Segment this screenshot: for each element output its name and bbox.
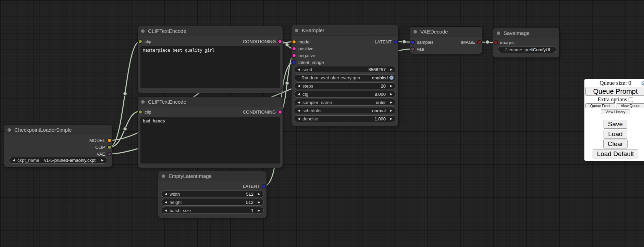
node-collapse-dot-icon[interactable] <box>141 100 145 104</box>
node-save-image[interactable]: SaveImage images filename_prefix ComfyUI <box>493 28 559 57</box>
negative-input-port[interactable] <box>293 54 296 57</box>
node-title: KSampler <box>302 27 324 33</box>
wire-midpoint-dot <box>285 81 289 85</box>
node-vae-decode[interactable]: VAEDecode samples vae IMAGE <box>410 27 482 54</box>
increase-arrow-icon[interactable]: ▶ <box>389 109 393 112</box>
negative-prompt-text[interactable]: bad hands <box>140 117 280 164</box>
filename-prefix-widget[interactable]: filename_prefix ComfyUI <box>498 46 556 53</box>
node-collapse-dot-icon[interactable] <box>413 30 417 34</box>
queue-front-button[interactable]: Queue Front <box>585 103 615 108</box>
widget-value: 8.000 <box>374 92 386 97</box>
node-collapse-dot-icon[interactable] <box>162 174 165 178</box>
node-title-bar[interactable]: KSampler <box>292 25 398 36</box>
image-output-port[interactable] <box>478 41 481 44</box>
increase-arrow-icon[interactable]: ▶ <box>389 68 393 71</box>
clip-output-port[interactable] <box>108 146 111 149</box>
batch-size-widget[interactable]: ◀ batch_size 1 ▶ <box>161 207 264 214</box>
latent-output-port[interactable] <box>262 185 265 188</box>
node-clip-text-encode-negative[interactable]: CLIPTextEncode clip CONDITIONING bad han… <box>138 97 283 168</box>
decrease-arrow-icon[interactable]: ◀ <box>297 84 301 88</box>
seed-widget[interactable]: ◀ seed 8566257 ▶ <box>294 66 396 73</box>
increase-arrow-icon[interactable]: ▶ <box>389 101 393 104</box>
decrease-arrow-icon[interactable]: ◀ <box>297 68 301 71</box>
clip-input-port[interactable] <box>139 40 142 43</box>
decrease-arrow-icon[interactable]: ◀ <box>164 192 168 196</box>
positive-prompt-text[interactable]: masterpiece best quality girl <box>140 46 280 88</box>
widget-value: v1-5-pruned-emaonly.ckpt <box>44 158 96 163</box>
conditioning-output-port[interactable] <box>278 110 282 114</box>
positive-input-port[interactable] <box>293 47 296 50</box>
node-title: CLIPTextEncode <box>148 99 186 105</box>
node-empty-latent-image[interactable]: EmptyLatentImage LATENT ◀ width 512 ▶ ◀ … <box>158 171 267 218</box>
clear-button[interactable]: Clear <box>603 140 628 148</box>
increase-arrow-icon[interactable]: ▶ <box>389 117 393 120</box>
vae-input-label: vae <box>417 47 424 52</box>
comfyui-canvas[interactable]: { "colors": { "canvas_bg": "#232323", "n… <box>0 0 644 247</box>
clip-input-port[interactable] <box>139 110 142 114</box>
node-title-bar[interactable]: CLIPTextEncode <box>138 26 283 36</box>
latent-image-input-port[interactable] <box>293 61 296 64</box>
denoise-widget[interactable]: ◀ denoise 1.000 ▶ <box>294 115 396 122</box>
conditioning-output-port[interactable] <box>278 40 282 43</box>
width-widget[interactable]: ◀ width 512 ▶ <box>161 191 264 197</box>
increase-arrow-icon[interactable]: ▶ <box>257 192 261 196</box>
load-default-button[interactable]: Load Default <box>593 150 639 158</box>
scheduler-widget[interactable]: ◀ scheduler normal ▶ <box>294 107 396 114</box>
node-checkpoint-loader[interactable]: CheckpointLoaderSimple MODEL CLIP VAE ◀ … <box>4 125 112 167</box>
widget-label: Random seed after every gen <box>301 75 360 80</box>
node-title-bar[interactable]: VAEDecode <box>410 27 482 37</box>
queue-prompt-button[interactable]: Queue Prompt <box>585 87 644 96</box>
wire-midpoint-dot <box>402 40 406 44</box>
height-widget[interactable]: ◀ height 512 ▶ <box>161 199 264 206</box>
widget-label: filename_prefix <box>505 47 533 52</box>
vae-input-port[interactable] <box>411 48 414 51</box>
sampler-name-widget[interactable]: ◀ sampler_name euler ▶ <box>294 99 396 106</box>
node-title-bar[interactable]: CLIPTextEncode <box>138 97 283 107</box>
increase-arrow-icon[interactable]: ▶ <box>257 200 261 204</box>
toggle-dot-icon[interactable] <box>389 75 394 80</box>
extra-options-label: Extra options <box>598 96 627 103</box>
increase-arrow-icon[interactable]: ▶ <box>257 209 261 212</box>
node-title-bar[interactable]: EmptyLatentImage <box>158 171 267 181</box>
image-output-label: IMAGE <box>461 40 475 45</box>
decrease-arrow-icon[interactable]: ◀ <box>297 101 301 104</box>
ckpt-name-widget[interactable]: ◀ ckpt_name v1-5-pruned-emaonly.ckpt ▶ <box>9 157 107 164</box>
negative-input-label: negative <box>298 53 315 58</box>
increase-arrow-icon[interactable]: ▶ <box>389 84 393 88</box>
extra-options-checkbox[interactable] <box>629 98 633 102</box>
decrease-arrow-icon[interactable]: ◀ <box>164 209 168 212</box>
increase-arrow-icon[interactable]: ▶ <box>389 92 393 96</box>
widget-label: steps <box>302 83 313 89</box>
node-collapse-dot-icon[interactable] <box>8 128 11 132</box>
random-seed-widget[interactable]: Random seed after every gen enabled <box>294 74 396 81</box>
node-clip-text-encode-positive[interactable]: CLIPTextEncode clip CONDITIONING masterp… <box>138 26 283 93</box>
latent-output-label: LATENT <box>243 184 260 189</box>
model-output-port[interactable] <box>108 139 111 142</box>
save-button[interactable]: Save <box>604 120 627 129</box>
next-value-arrow-icon[interactable]: ▶ <box>100 158 104 162</box>
wire-midpoint-dot <box>123 127 127 131</box>
decrease-arrow-icon[interactable]: ◀ <box>297 92 301 96</box>
load-button[interactable]: Load <box>604 130 627 139</box>
view-queue-button[interactable]: View Queue <box>616 103 644 108</box>
decrease-arrow-icon[interactable]: ◀ <box>164 200 168 204</box>
widget-value: 8566257 <box>368 67 386 72</box>
conditioning-output-label: CONDITIONING <box>243 109 276 115</box>
decrease-arrow-icon[interactable]: ◀ <box>297 109 301 112</box>
settings-gear-icon[interactable]: ⚙ <box>641 80 644 87</box>
decrease-arrow-icon[interactable]: ◀ <box>297 117 301 120</box>
node-collapse-dot-icon[interactable] <box>497 31 500 35</box>
prev-value-arrow-icon[interactable]: ◀ <box>12 158 16 162</box>
latent-output-port[interactable] <box>394 40 397 43</box>
view-history-button[interactable]: View History <box>601 109 630 114</box>
vae-output-port[interactable] <box>108 153 111 156</box>
node-collapse-dot-icon[interactable] <box>141 29 145 33</box>
widget-value: ComfyUI <box>533 47 550 52</box>
node-title-bar[interactable]: SaveImage <box>493 28 559 38</box>
node-collapse-dot-icon[interactable] <box>295 29 298 32</box>
steps-widget[interactable]: ◀ steps 20 ▶ <box>294 82 396 89</box>
node-title-bar[interactable]: CheckpointLoaderSimple <box>4 125 112 135</box>
cfg-widget[interactable]: ◀ cfg 8.000 ▶ <box>294 91 396 98</box>
node-ksampler[interactable]: KSampler model positive negative latent_… <box>292 25 398 126</box>
images-input-port[interactable] <box>494 41 497 44</box>
